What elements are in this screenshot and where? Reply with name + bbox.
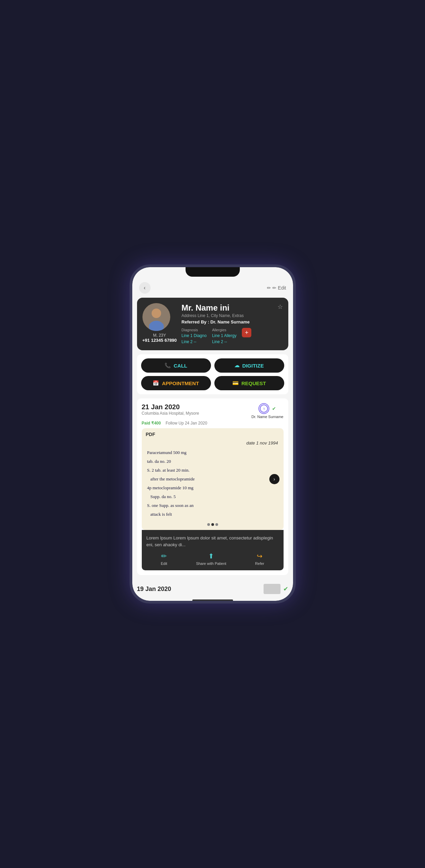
followup-text: Follow Up 24 Jan 2020 <box>166 421 207 426</box>
patient-info: ☆ Mr. Name ini Address Line 1, City Name… <box>181 303 283 345</box>
dot-2 <box>211 523 214 526</box>
edit-record-button[interactable]: ✏ Edit <box>161 552 167 566</box>
next-arrow-button[interactable]: › <box>269 474 279 484</box>
visit-hospital: Columbia Asia Hospital, Mysore <box>142 411 199 416</box>
patient-address: Address Line 1, City Name, Extras <box>181 313 283 318</box>
thumbnail-placeholder <box>264 584 281 594</box>
patient-phone: +91 12345 67890 <box>142 338 177 343</box>
visit-date: 21 Jan 2020 <box>142 403 199 411</box>
patient-referred: Referred By : Dr. Name Surname <box>181 319 283 324</box>
bottom-visit-actions: ✔ <box>264 584 288 594</box>
patient-card: M, 23Y +91 12345 67890 ☆ Mr. Name ini Ad… <box>137 298 288 350</box>
avatar-container: M, 23Y +91 12345 67890 <box>142 303 177 343</box>
avatar <box>142 303 170 331</box>
request-icon: 💳 <box>232 380 239 386</box>
svg-point-1 <box>152 309 161 318</box>
diagnosis-label: Diagnosis <box>181 328 207 332</box>
refer-button[interactable]: ↪ Refer <box>255 552 264 566</box>
avatar-image <box>142 303 170 331</box>
visit-card: 21 Jan 2020 Columbia Asia Hospital, Myso… <box>137 398 288 575</box>
description-text: Lorem Ipsum Lorem Ipsum dolor sit amet, … <box>147 535 279 548</box>
svg-text:⚕: ⚕ <box>263 407 265 411</box>
doctor-shield-icon: ⚕ <box>260 405 268 413</box>
visit-doctor-name: Dr. Name Surname <box>251 415 283 419</box>
share-button[interactable]: ⬆ Share with Patient <box>196 552 226 566</box>
add-record-button[interactable]: + <box>242 328 251 337</box>
description-box: Lorem Ipsum Lorem Ipsum dolor sit amet, … <box>142 530 284 570</box>
appointment-button[interactable]: 📅 APPOINTMENT <box>141 376 211 390</box>
appointment-icon: 📅 <box>153 380 159 386</box>
prescription-content: date 1 nov 1994 Paracetamund 500 mg tab.… <box>142 428 284 524</box>
slide-dots <box>207 523 218 526</box>
refer-action-label: Refer <box>255 561 264 566</box>
edit-icon: ✏ <box>161 552 167 560</box>
page-header: ‹ ✏ ✏ Edit <box>132 279 293 298</box>
edit-action-label: Edit <box>161 561 167 566</box>
request-label: REQUEST <box>242 380 266 386</box>
visit-date-section: 21 Jan 2020 Columbia Asia Hospital, Myso… <box>142 403 199 416</box>
diagnosis-values: Line 1 Diagno Line 2 -- <box>181 333 207 345</box>
paid-badge: Paid ₹400 <box>142 421 161 426</box>
doctor-badge: ⚕ <box>258 403 269 414</box>
call-icon: 📞 <box>165 362 171 369</box>
phone-notch <box>186 267 240 277</box>
visit-doctor-info: ⚕ ✔ Dr. Name Surname <box>251 403 283 419</box>
call-button[interactable]: 📞 CALL <box>141 358 211 373</box>
home-indicator <box>192 599 233 601</box>
pencil-icon: ✏ <box>267 285 271 291</box>
request-button[interactable]: 💳 REQUEST <box>214 376 284 390</box>
patient-name: Mr. Name ini <box>181 303 283 313</box>
phone-screen: ‹ ✏ ✏ Edit <box>132 267 293 601</box>
allergies-section: Allergies Line 1 Allergy Line 2 -- <box>212 328 236 345</box>
dot-3 <box>215 523 218 526</box>
back-button[interactable]: ‹ <box>139 282 151 294</box>
patient-gender-age: M, 23Y <box>142 333 177 338</box>
dot-1 <box>207 523 210 526</box>
refer-icon: ↪ <box>257 552 263 560</box>
digitize-label: DIGITIZE <box>242 363 264 369</box>
digitize-icon: ☁ <box>234 362 239 369</box>
bottom-check-icon: ✔ <box>283 585 288 593</box>
appointment-label: APPOINTMENT <box>162 380 199 386</box>
share-icon: ⬆ <box>208 552 214 560</box>
call-label: CALL <box>174 363 187 369</box>
bottom-visit-date: 19 Jan 2020 <box>137 586 171 593</box>
share-action-label: Share with Patient <box>196 561 226 566</box>
diagnosis-section: Diagnosis Line 1 Diagno Line 2 -- <box>181 328 207 345</box>
edit-button[interactable]: ✏ ✏ Edit <box>267 285 286 291</box>
description-actions: ✏ Edit ⬆ Share with Patient ↪ Refer <box>147 552 279 566</box>
doctor-check-icon: ✔ <box>272 406 276 411</box>
favorite-button[interactable]: ☆ <box>277 303 283 311</box>
pdf-label: PDF <box>146 432 155 437</box>
digitize-button[interactable]: ☁ DIGITIZE <box>214 358 284 373</box>
prescription-wrapper: PDF date 1 nov 1994 Paracetamund 500 mg … <box>142 428 284 530</box>
allergies-label: Allergies <box>212 328 236 332</box>
prescription-text: Paracetamund 500 mg tab. da no. 20 S. 2 … <box>147 448 278 519</box>
back-icon: ‹ <box>144 285 146 291</box>
edit-label: ✏ Edit <box>272 285 286 291</box>
prescription-date: date 1 nov 1994 <box>147 440 278 446</box>
action-grid: 📞 CALL ☁ DIGITIZE 📅 APPOINTMENT 💳 REQUES… <box>137 354 288 394</box>
bottom-visit-row: 19 Jan 2020 ✔ <box>132 579 293 597</box>
visit-meta: Paid ₹400 Follow Up 24 Jan 2020 <box>142 421 284 426</box>
allergies-values: Line 1 Allergy Line 2 -- <box>212 333 236 345</box>
